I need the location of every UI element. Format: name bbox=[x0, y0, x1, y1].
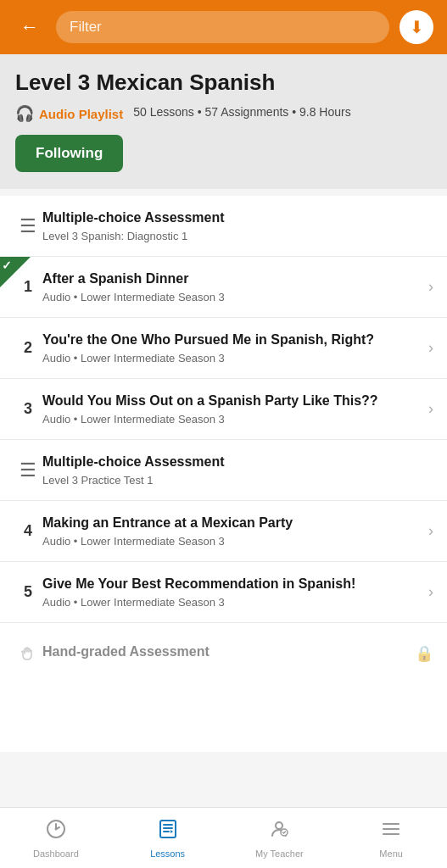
following-button[interactable]: Following bbox=[15, 135, 123, 172]
list-item[interactable]: 4 Making an Entrance at a Mexican Party … bbox=[0, 501, 447, 562]
nav-item-lessons[interactable]: Lessons bbox=[112, 808, 224, 868]
lesson-number: 4 bbox=[14, 522, 42, 540]
chevron-right-icon: › bbox=[428, 400, 433, 418]
lessons-icon bbox=[157, 818, 179, 845]
chevron-right-icon: › bbox=[428, 339, 433, 357]
filter-input[interactable] bbox=[56, 11, 389, 43]
assessment-icon-area: ☰ bbox=[14, 459, 42, 481]
bottom-navigation: Dashboard Lessons My Teacher bbox=[0, 807, 447, 868]
list-item[interactable]: 2 You're the One Who Pursued Me in Spani… bbox=[0, 318, 447, 379]
list-item[interactable]: ☰ Multiple-choice Assessment Level 3 Pra… bbox=[0, 440, 447, 501]
nav-item-menu[interactable]: Menu bbox=[335, 808, 447, 868]
item-content: Would You Miss Out on a Spanish Party Li… bbox=[42, 392, 428, 426]
back-button[interactable]: ← bbox=[14, 13, 46, 42]
item-content: Multiple-choice Assessment Level 3 Spani… bbox=[42, 209, 433, 242]
item-subtitle: Level 3 Spanish: Diagnostic 1 bbox=[42, 230, 427, 242]
completed-checkmark bbox=[0, 257, 31, 287]
lock-icon: 🔒 bbox=[415, 644, 433, 663]
list-item[interactable]: 5 Give Me Your Best Recommendation in Sp… bbox=[0, 562, 447, 623]
chevron-right-icon: › bbox=[428, 583, 433, 601]
item-title: After a Spanish Dinner bbox=[42, 270, 422, 288]
item-content: Give Me Your Best Recommendation in Span… bbox=[42, 576, 428, 609]
item-content: Hand-graded Assessment bbox=[42, 643, 415, 664]
nav-item-dashboard[interactable]: Dashboard bbox=[0, 808, 112, 868]
item-title: Hand-graded Assessment bbox=[42, 643, 408, 661]
svg-point-3 bbox=[276, 822, 282, 829]
item-title: Making an Entrance at a Mexican Party bbox=[42, 515, 422, 532]
item-subtitle: Audio • Lower Intermediate Season 3 bbox=[42, 413, 422, 426]
item-content: Multiple-choice Assessment Level 3 Pract… bbox=[42, 453, 433, 487]
bullet-list-icon: ☰ bbox=[20, 459, 36, 481]
menu-icon bbox=[380, 818, 402, 845]
dashboard-icon bbox=[45, 818, 67, 845]
course-stats: 50 Lessons • 57 Assignments • 9.8 Hours bbox=[133, 104, 351, 121]
course-title: Level 3 Mexican Spanish bbox=[15, 70, 432, 96]
item-title: Would You Miss Out on a Spanish Party Li… bbox=[42, 392, 422, 410]
course-meta-row: 🎧 Audio Playlist 50 Lessons • 57 Assignm… bbox=[15, 104, 432, 123]
item-content: You're the One Who Pursued Me in Spanish… bbox=[42, 331, 428, 364]
lesson-number: 5 bbox=[14, 583, 42, 601]
hand-graded-icon-area bbox=[14, 643, 42, 664]
top-bar: ← ⬇ bbox=[0, 0, 447, 54]
lesson-list: ☰ Multiple-choice Assessment Level 3 Spa… bbox=[0, 196, 447, 752]
list-item[interactable]: ☰ Multiple-choice Assessment Level 3 Spa… bbox=[0, 196, 447, 257]
nav-label-menu: Menu bbox=[379, 849, 403, 859]
item-title: Multiple-choice Assessment bbox=[42, 209, 427, 227]
list-item[interactable]: 3 Would You Miss Out on a Spanish Party … bbox=[0, 379, 447, 440]
myteacher-icon bbox=[268, 818, 290, 845]
audio-playlist-label: Audio Playlist bbox=[39, 107, 123, 121]
nav-label-myteacher: My Teacher bbox=[255, 849, 304, 859]
item-content: After a Spanish Dinner Audio • Lower Int… bbox=[42, 270, 428, 303]
hand-icon bbox=[18, 643, 38, 664]
lesson-number: 2 bbox=[14, 339, 42, 357]
course-header: Level 3 Mexican Spanish 🎧 Audio Playlist… bbox=[0, 54, 447, 189]
assessment-icon-area: ☰ bbox=[14, 215, 42, 237]
bullet-list-icon: ☰ bbox=[20, 215, 36, 237]
lesson-number: 3 bbox=[14, 400, 42, 418]
item-subtitle: Audio • Lower Intermediate Season 3 bbox=[42, 596, 422, 609]
nav-label-lessons: Lessons bbox=[150, 849, 185, 859]
nav-label-dashboard: Dashboard bbox=[33, 849, 79, 859]
nav-item-myteacher[interactable]: My Teacher bbox=[224, 808, 336, 868]
list-item[interactable]: 1 After a Spanish Dinner Audio • Lower I… bbox=[0, 257, 447, 318]
item-title: Give Me Your Best Recommendation in Span… bbox=[42, 576, 422, 593]
item-title: Multiple-choice Assessment bbox=[42, 453, 427, 471]
item-subtitle: Audio • Lower Intermediate Season 3 bbox=[42, 535, 422, 548]
item-subtitle: Level 3 Practice Test 1 bbox=[42, 474, 427, 487]
download-icon: ⬇ bbox=[410, 19, 424, 36]
chevron-right-icon: › bbox=[428, 522, 433, 540]
audio-playlist-button[interactable]: 🎧 Audio Playlist bbox=[15, 104, 123, 123]
download-button[interactable]: ⬇ bbox=[400, 10, 433, 44]
list-item: Hand-graded Assessment 🔒 bbox=[0, 623, 447, 684]
item-subtitle: Audio • Lower Intermediate Season 3 bbox=[42, 352, 422, 364]
chevron-right-icon: › bbox=[428, 278, 433, 296]
headphone-icon: 🎧 bbox=[15, 104, 34, 123]
svg-point-1 bbox=[54, 827, 57, 830]
item-title: You're the One Who Pursued Me in Spanish… bbox=[42, 331, 422, 349]
item-content: Making an Entrance at a Mexican Party Au… bbox=[42, 515, 428, 548]
item-subtitle: Audio • Lower Intermediate Season 3 bbox=[42, 291, 422, 303]
